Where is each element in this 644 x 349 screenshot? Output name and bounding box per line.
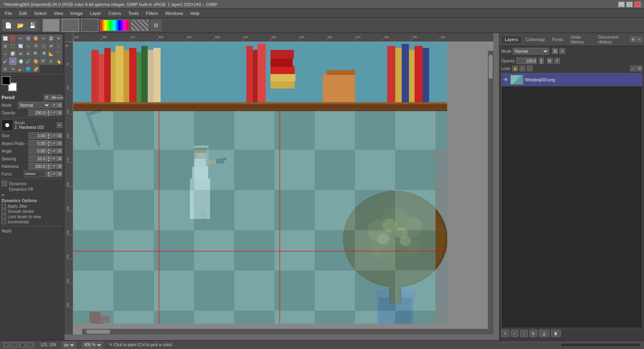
tool-rotate[interactable]: 🔄 — [17, 42, 24, 50]
aspect-ratio-input[interactable] — [29, 140, 46, 147]
minimize-button[interactable]: _ — [618, 2, 625, 7]
lower-layer-button[interactable]: ↓ — [520, 330, 528, 337]
menu-view[interactable]: View — [50, 10, 66, 17]
tool-ink[interactable]: 🖊 — [25, 58, 32, 65]
menu-windows[interactable]: Windows — [162, 10, 186, 17]
config-button[interactable]: ⚙ — [150, 20, 161, 31]
tool-bucket-fill[interactable]: 🪣 — [25, 65, 32, 72]
spacing-up[interactable]: ▲ — [46, 155, 51, 159]
tool-scale[interactable]: ⤡ — [25, 42, 32, 50]
tab-fonts[interactable]: Fonts — [549, 36, 567, 43]
statusbar-undo-btn[interactable]: ↺ — [11, 342, 18, 348]
horizontal-scrollbar[interactable] — [82, 329, 488, 335]
tool-handle-transform[interactable]: ⊕ — [17, 50, 24, 57]
tool-text[interactable]: A — [25, 50, 32, 57]
hardness-chain[interactable]: ⛓ — [57, 163, 62, 169]
tool-smudge[interactable]: 👆 — [55, 58, 62, 65]
angle-up[interactable]: ▲ — [46, 148, 51, 151]
opacity-reset[interactable]: ↺ — [51, 110, 57, 116]
layers-opacity-down[interactable]: ▼ — [539, 61, 544, 64]
tab-document-history[interactable]: Document History — [595, 34, 630, 45]
panel-close[interactable]: × — [637, 37, 642, 42]
lock-position[interactable]: + — [520, 66, 525, 71]
layers-mode-select[interactable]: Normal Multiply — [513, 48, 549, 54]
aspect-up[interactable]: ▲ — [46, 140, 51, 143]
tool-dodge-burn[interactable]: ☀ — [9, 65, 17, 72]
tool-flip[interactable]: ⇄ — [47, 42, 55, 50]
size-input[interactable] — [29, 132, 46, 139]
delete-layer-button[interactable]: 🗑 — [551, 330, 561, 337]
menu-edit[interactable]: Edit — [16, 10, 30, 17]
anchor-layer-button[interactable]: ⚓ — [539, 330, 549, 337]
menu-image[interactable]: Image — [67, 10, 86, 17]
tool-measure[interactable]: 📐 — [47, 50, 55, 57]
aspect-down[interactable]: ▼ — [46, 143, 51, 147]
aspect-chain[interactable]: ⛓ — [57, 140, 62, 146]
tool-cage-transform[interactable]: ⬦ — [55, 42, 62, 50]
tool-paths[interactable]: ⌒ — [55, 50, 62, 57]
layers-opacity-up[interactable]: ▲ — [539, 58, 544, 61]
corner-resize[interactable] — [488, 329, 493, 335]
force-chain[interactable]: ⛓ — [57, 171, 62, 177]
tool-blend[interactable]: 🌈 — [32, 65, 39, 72]
pattern-picker[interactable] — [131, 20, 149, 31]
tool-paintbrush[interactable]: 🖌 — [2, 58, 9, 65]
tool-convolve[interactable]: ⊛ — [2, 65, 9, 72]
tool-options-brushes[interactable]: Brushes — [57, 95, 62, 100]
dynamics-edit-icon[interactable]: ✏ — [2, 193, 5, 197]
tool-align[interactable]: ⊞ — [2, 42, 9, 50]
hardness-down[interactable]: ▼ — [46, 166, 51, 169]
maximize-button[interactable]: □ — [626, 2, 633, 7]
spacing-reset[interactable]: ↺ — [51, 156, 57, 161]
menu-filters[interactable]: Filters — [143, 10, 161, 17]
tool-ellipse-select[interactable]: ⭕ — [9, 35, 17, 42]
spacing-input[interactable] — [29, 155, 46, 162]
tool-options-config[interactable]: ⚙ — [44, 95, 50, 100]
mode-select[interactable]: Normal Multiply Screen — [18, 102, 50, 108]
tab-layers[interactable]: Layers — [501, 36, 522, 43]
angle-reset[interactable]: ↺ — [51, 148, 57, 154]
duplicate-layer-button[interactable]: ⎘ — [529, 330, 537, 337]
size-chain[interactable]: ⛓ — [57, 133, 62, 138]
tool-mypainter[interactable]: 🎨 — [32, 58, 39, 65]
tool-erase[interactable]: 🧹 — [17, 65, 24, 72]
menu-colors[interactable]: Colors — [105, 10, 124, 17]
size-reset[interactable]: ↺ — [51, 133, 57, 138]
layers-opacity-input[interactable] — [516, 58, 537, 64]
save-button[interactable]: 💾 — [27, 20, 38, 31]
statusbar-stop-btn[interactable]: ■ — [19, 342, 26, 348]
angle-down[interactable]: ▼ — [46, 151, 51, 154]
new-layer-button[interactable]: + — [501, 330, 509, 337]
tool-heal[interactable]: ⛑ — [40, 58, 47, 65]
hardness-input[interactable] — [29, 163, 46, 169]
spacing-chain[interactable]: ⛓ — [57, 156, 62, 161]
new-button[interactable]: 📄 — [2, 20, 14, 31]
smooth-stroke-checkbox[interactable] — [2, 209, 6, 214]
tool-foreground-select[interactable]: 🖼 — [47, 35, 55, 42]
tab-undo-history[interactable]: Undo History — [567, 34, 594, 45]
tool-pencil[interactable]: ✏ — [9, 58, 17, 65]
size-down[interactable]: ▼ — [46, 136, 51, 139]
opacity-up[interactable]: ▲ — [46, 109, 51, 113]
menu-tools[interactable]: Tools — [125, 10, 142, 17]
layers-opacity-reset[interactable]: ↺ — [554, 58, 560, 64]
menu-file[interactable]: File — [2, 10, 15, 17]
tool-magnify[interactable]: 🔎 — [40, 50, 47, 57]
horizontal-scrollbar-thumb[interactable] — [86, 330, 110, 334]
vertical-scrollbar[interactable] — [488, 51, 493, 329]
unit-select[interactable]: px % — [62, 342, 76, 348]
lock-all[interactable]: / — [527, 66, 533, 71]
apply-jitter-checkbox[interactable] — [2, 204, 6, 209]
foreground-color[interactable] — [2, 76, 10, 85]
toolbar-thumb-3[interactable] — [81, 19, 99, 32]
mode-chain[interactable]: ⛓ — [57, 102, 62, 108]
menu-select[interactable]: Select — [31, 10, 50, 17]
canvas-content[interactable] — [73, 42, 493, 335]
color-gradient[interactable] — [100, 20, 129, 31]
mode-reset[interactable]: ↺ — [51, 102, 57, 108]
layer-item-0[interactable]: 👁 Wedding000.png — [502, 73, 642, 87]
mode-reset-btn[interactable]: ↺ — [559, 48, 565, 54]
layer-visibility-0[interactable]: 👁 — [503, 77, 509, 83]
raise-layer-button[interactable]: ↑ — [511, 330, 518, 337]
close-button[interactable]: × — [634, 2, 641, 7]
